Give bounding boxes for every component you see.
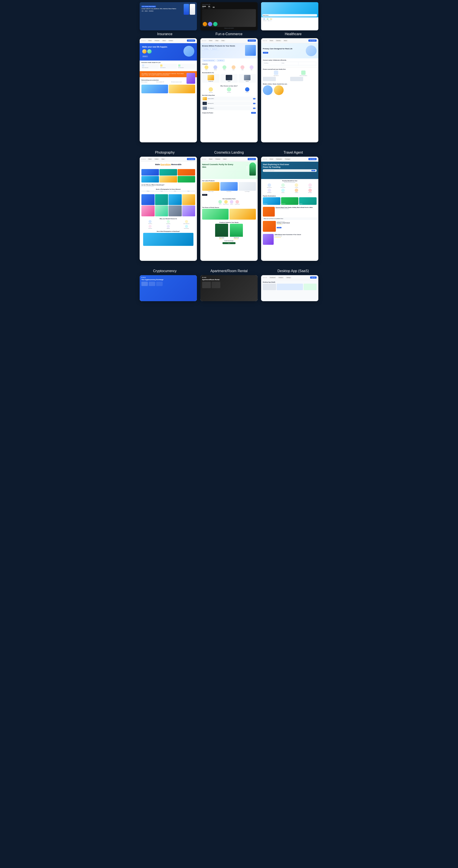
saas-panel-2 [277, 284, 303, 290]
sold-item-2: Apple Earphone SE... Buy [202, 101, 256, 105]
crypto-chart-2 [149, 282, 155, 286]
tag-4[interactable]: Nature [182, 190, 195, 192]
dest-label-france: Paris, France [282, 204, 286, 205]
book-title: Book a Photographer for Every Moment [141, 189, 195, 190]
product-img-1 [207, 75, 214, 80]
holiday-title: Holiday In Ball Island [277, 222, 317, 223]
tag-3[interactable]: Events [168, 190, 182, 192]
insurance-bottom-images [140, 84, 197, 94]
cosmetics-facts-section: Our Cosmetics Facts Face Oil Organic Res… [200, 197, 258, 206]
speaker-avatar-3 [213, 22, 218, 26]
buy-btn-1[interactable]: Buy [253, 98, 256, 99]
card-cta-btn[interactable]: Get Started [248, 158, 256, 160]
insurance-hero-image [184, 46, 194, 57]
nav-item: Services [275, 40, 281, 41]
insurance-grid: Home Insurance Life Insurance Car Insura… [141, 64, 195, 69]
card-cta-btn[interactable]: Get Started [308, 158, 317, 160]
fact-label-2: Organic Resources [223, 204, 229, 205]
book-now-btn[interactable]: Book Now [277, 227, 282, 228]
dest-label-italy: Bautool, Italy [263, 204, 267, 205]
home-label: Home Insurance [142, 67, 158, 68]
why-item-professional: Professional [141, 225, 159, 229]
label-healthcare: Healthcare [261, 32, 325, 36]
property-badge-1: 3BR [263, 19, 265, 20]
why-label: Easy Booking [160, 223, 177, 224]
nav-item: Products [215, 158, 221, 160]
saas-card: Dashboard Analytics Settings Sign Up Des… [261, 275, 318, 301]
saas-panel-1 [263, 284, 276, 290]
modern-circles [263, 85, 317, 95]
event-tag: TheFutureTalks 2018 [202, 4, 256, 5]
destinations-grid: Bautool, Italy Paris, France Bali, Ind..… [263, 197, 317, 205]
tag-2[interactable]: Portrait [155, 190, 168, 192]
card-cta-btn[interactable]: Get Started [308, 39, 317, 42]
card-cta-btn[interactable]: Get Started [248, 39, 256, 42]
cat-music: Music [247, 65, 256, 70]
holiday-img [263, 221, 276, 232]
power-row [202, 209, 256, 220]
big-gallery-img-7 [168, 206, 182, 216]
card-cta-btn[interactable]: Sign Up [310, 276, 317, 279]
why-label-3: Best Price [238, 92, 256, 93]
why-label: Qualities & Anywhere [177, 223, 195, 224]
card-cta-btn[interactable]: Get Started [187, 158, 195, 160]
compare-btn[interactable]: Compare [251, 112, 256, 114]
protect-img-2 [290, 77, 303, 81]
big-gallery-img-5 [141, 206, 155, 216]
cat-fashion: Fashion [202, 65, 211, 70]
shop-now-btn[interactable]: Shop Now [202, 194, 207, 196]
quality-icon [185, 220, 188, 223]
delivery-icon [185, 225, 188, 228]
crypto-card: The Cryptocurrency Exchange [140, 275, 197, 301]
insurance-hero-text: Make your new life happier. [142, 46, 182, 49]
property-preview-card: Beach House 3BR 2BA Pool $2,500/mo Miami… [261, 2, 318, 30]
product-item-3: Camera [238, 74, 256, 83]
healthcare-hero: Primary Care Designed for Real Life Lear… [261, 43, 318, 58]
nav-item: Home [269, 158, 274, 160]
photography-quote: Let me Tell you, What is EtaraScape? We'… [140, 183, 197, 188]
buy-button[interactable]: Buy it [223, 242, 235, 244]
collab-title: Connect easily. Collaborate efficiently. [263, 59, 317, 61]
dest-italy: Bautool, Italy [263, 197, 281, 205]
view-more-btn[interactable]: View more → [142, 56, 148, 57]
why-label: Affordable [160, 228, 177, 229]
event-image-area [202, 9, 256, 27]
tag-1[interactable]: Wedding [141, 190, 155, 192]
saas-panel-3 [304, 284, 317, 290]
phones-icon [223, 65, 226, 69]
cat-electronic: Electronic [211, 65, 220, 70]
icon-support: 24/7 Support [304, 189, 317, 193]
healthcare-protect-section: Protect yourself and your family first. … [261, 67, 318, 82]
product-img-3 [244, 75, 251, 80]
modern-title: Modern clinics. Smart, hassle-free care. [263, 83, 317, 85]
big-gallery-img-3 [168, 194, 182, 205]
buy-btn-3[interactable]: Buy [253, 107, 256, 109]
fact-3: Jojoba Oil [230, 200, 233, 205]
nav-item: Contact [168, 40, 173, 41]
hotels-icon [281, 183, 285, 187]
gallery-img-1 [141, 169, 159, 176]
event-stat3-num: 35 [212, 6, 215, 8]
feature-simple: We make insurance simple [171, 82, 186, 83]
coco-name: Coco Oil Organic [238, 191, 256, 192]
gallery-img-3 [177, 169, 195, 176]
why-label: Fast File Delivery [177, 228, 195, 229]
music-icon [250, 65, 254, 69]
search-btn[interactable]: Search [312, 170, 315, 171]
property-info: Beach House [262, 14, 317, 17]
insurance-hero: Make your new life happier. View more → [140, 43, 197, 61]
resort-label: Top Resort [276, 192, 290, 193]
property-badge-2: 2BA [266, 19, 269, 20]
cosmetics-hero: Natural Cosmetic Purity for Every Skin [200, 162, 258, 179]
travel-search-bar[interactable]: Where do you want to go? Search [263, 169, 317, 172]
buy-btn-2[interactable]: Buy [253, 103, 256, 104]
bottom-img-1 [141, 85, 168, 93]
nav-item: Dashboard [269, 277, 276, 278]
card-cta-btn[interactable]: Get Started [187, 39, 195, 42]
affordable-icon [167, 225, 170, 228]
collab-dashboard: Good Morning Checked [263, 61, 317, 66]
photos-icon [149, 220, 152, 223]
learn-more-btn[interactable]: Learn More [263, 52, 268, 54]
gallery-img-2 [159, 169, 177, 176]
guarantee-sub: Full refund within 30 days [274, 236, 317, 237]
